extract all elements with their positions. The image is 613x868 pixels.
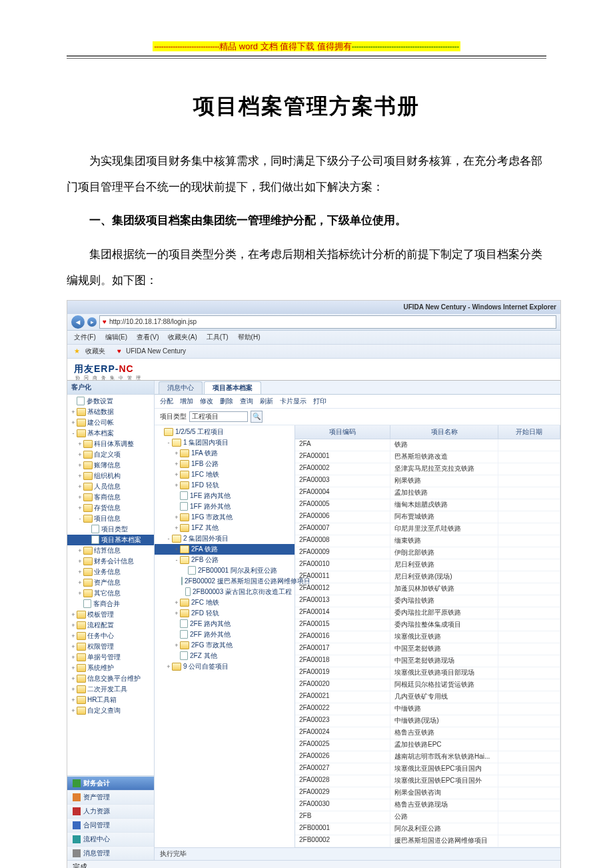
search-icon[interactable]: 🔍 [251, 411, 263, 423]
btn-print[interactable]: 打印 [313, 397, 326, 406]
sidebar-item[interactable]: +模板管理 [67, 609, 154, 620]
table-row[interactable]: 2FA00006阿布贾城铁路 [295, 511, 560, 523]
btn-assign[interactable]: 分配 [160, 397, 173, 406]
module-button[interactable]: 资产管理 [67, 790, 154, 804]
table-row[interactable]: 2FA00003刚果铁路 [295, 475, 560, 487]
table-row[interactable]: 2FA00022中缅铁路 [295, 703, 560, 715]
table-row[interactable]: 2FA00015委内瑞拉整体集成项目 [295, 619, 560, 631]
sidebar-item[interactable]: +自定义项 [67, 449, 154, 460]
favorites-label[interactable]: 收藏夹 [85, 347, 105, 356]
sidebar-item[interactable]: 项目类型 [67, 524, 154, 535]
sidebar-item[interactable]: +账簿信息 [67, 460, 154, 471]
project-tree-item[interactable]: +1FZ 其他 [155, 523, 295, 533]
table-row[interactable]: 2FB00001阿尔及利亚公路 [295, 823, 560, 835]
sidebar-item[interactable]: +基础数据 [67, 407, 154, 417]
project-tree-item[interactable]: -2 集团国外项目 [155, 533, 295, 544]
table-row[interactable]: 2FA铁路 [295, 439, 560, 451]
sidebar-item[interactable]: 客商合并 [67, 599, 154, 609]
menu-favorites[interactable]: 收藏夹(A) [168, 333, 197, 342]
table-row[interactable]: 2FA00007印尼井里汶至爪哇铁路 [295, 523, 560, 535]
table-row[interactable]: 2FA00017中国至老挝铁路 [295, 643, 560, 655]
sidebar-item[interactable]: +存货信息 [67, 503, 154, 513]
sidebar-item[interactable]: +客商信息 [67, 492, 154, 503]
table-row[interactable]: 2FA00002坚津宾马尼拉至克拉克铁路 [295, 463, 560, 475]
project-tree-item[interactable]: 2FE 路内其他 [155, 619, 295, 629]
table-row[interactable]: 2FA00014委内瑞拉北部平原铁路 [295, 607, 560, 619]
forward-button[interactable]: ▸ [87, 317, 97, 327]
sidebar-item[interactable]: 参数设置 [67, 396, 154, 407]
project-tree-item[interactable]: +2FC 地铁 [155, 597, 295, 608]
menu-view[interactable]: 查看(V) [137, 333, 159, 342]
table-row[interactable]: 2FA00028埃塞俄比亚国铁EPC项目国外 [295, 775, 560, 787]
sidebar-item[interactable]: -基本档案 [67, 428, 154, 439]
btn-edit[interactable]: 修改 [200, 397, 213, 406]
project-type-input[interactable]: 工程项目 [189, 411, 248, 422]
table-row[interactable]: 2FA00029刚果金国铁咨询 [295, 787, 560, 799]
sidebar-item[interactable]: +财务会计信息 [67, 556, 154, 567]
table-row[interactable]: 2FA00021几内亚铁矿专用线 [295, 691, 560, 703]
module-button[interactable]: 人力资源 [67, 804, 154, 818]
sidebar-item[interactable]: +任务中心 [67, 631, 154, 641]
sidebar-item[interactable]: +组织机构 [67, 471, 154, 481]
favorite-item[interactable]: ♥ UFIDA New Century [117, 347, 186, 355]
project-tree-item[interactable]: 1FE 路内其他 [155, 491, 295, 501]
table-row[interactable]: 2FA00019埃塞俄比亚铁路项目部现场 [295, 667, 560, 679]
project-tree-item[interactable]: +1FG 市政其他 [155, 512, 295, 523]
back-button[interactable]: ◄ [71, 315, 85, 329]
table-row[interactable]: 2FA00005缅甸木姐腊戌铁路 [295, 499, 560, 511]
sidebar-item[interactable]: +系统维护 [67, 663, 154, 673]
btn-refresh[interactable]: 刷新 [260, 397, 273, 406]
project-tree-item[interactable]: 2FF 路外其他 [155, 629, 295, 640]
sidebar-item[interactable]: +结算信息 [67, 545, 154, 556]
table-row[interactable]: 2FA00030格鲁吉亚铁路现场 [295, 799, 560, 811]
project-tree-item[interactable]: 1/2/5/5 工程项目 [155, 427, 295, 437]
sidebar-item[interactable]: +流程配置 [67, 620, 154, 631]
table-row[interactable]: 2FA00025孟加拉铁路EPC [295, 739, 560, 751]
project-tree-item[interactable]: +2FG 市政其他 [155, 640, 295, 651]
menu-edit[interactable]: 编辑(E) [105, 333, 127, 342]
sidebar-item[interactable]: +人员信息 [67, 481, 154, 492]
table-row[interactable]: 2FA00020阿根廷贝尔格拉诺货运铁路 [295, 679, 560, 691]
table-row[interactable]: 2FB公路 [295, 811, 560, 823]
project-tree-item[interactable]: 1FF 路外其他 [155, 501, 295, 512]
col-date[interactable]: 开始日期 [498, 425, 560, 439]
project-tree-item[interactable]: +1FD 轻轨 [155, 480, 295, 491]
table-row[interactable]: 2FA00018中国至老挝铁路现场 [295, 655, 560, 667]
project-tree-item[interactable]: +1FB 公路 [155, 459, 295, 469]
table-row[interactable]: 2FA00009伊朗北部铁路 [295, 547, 560, 559]
sidebar-item[interactable]: +HR工具箱 [67, 695, 154, 705]
sidebar-item[interactable]: +科目体系调整 [67, 439, 154, 449]
sidebar-item[interactable]: +业务信息 [67, 567, 154, 577]
table-row[interactable]: 2FA00027埃塞俄比亚国铁EPC项目国内 [295, 763, 560, 775]
module-button[interactable]: 合同管理 [67, 818, 154, 832]
col-code[interactable]: 项目编码 [295, 425, 390, 439]
module-button[interactable]: 消息管理 [67, 846, 154, 860]
sidebar-item[interactable]: +自定义查询 [67, 705, 154, 716]
menu-file[interactable]: 文件(F) [74, 333, 96, 342]
project-tree-item[interactable]: +1FA 铁路 [155, 448, 295, 459]
table-row[interactable]: 2FA00012加蓬贝林加铁矿铁路 [295, 583, 560, 595]
module-button[interactable]: 财务会计 [67, 776, 154, 790]
btn-query[interactable]: 查询 [240, 397, 253, 406]
project-tree-item[interactable]: +9 公司自签项目 [155, 661, 295, 672]
url-bar[interactable]: ♥ http://10.20.18.17:88/login.jsp [99, 315, 556, 329]
sidebar-item[interactable]: +建公司帐 [67, 417, 154, 428]
project-tree-item[interactable]: -1 集团国内项目 [155, 437, 295, 448]
table-row[interactable]: 2FA00026越南胡志明市既有米轨铁路Hai... [295, 751, 560, 763]
project-tree-item[interactable]: +2FA 铁路 [155, 544, 295, 555]
table-row[interactable]: 2FA00024格鲁吉亚铁路 [295, 727, 560, 739]
table-row[interactable]: 2FA00004孟加拉铁路 [295, 487, 560, 499]
project-tree-item[interactable]: 2FB00003 蒙古国北京街改造工程 [155, 587, 295, 597]
menu-tools[interactable]: 工具(T) [207, 333, 229, 342]
btn-add[interactable]: 增加 [180, 397, 193, 406]
sidebar-item[interactable]: -项目信息 [67, 513, 154, 524]
sidebar-item[interactable]: +单据号管理 [67, 652, 154, 663]
sidebar-item[interactable]: +信息交换平台维护 [67, 673, 154, 684]
sidebar-item[interactable]: +其它信息 [67, 588, 154, 599]
menu-help[interactable]: 帮助(H) [238, 333, 261, 342]
btn-card[interactable]: 卡片显示 [280, 397, 306, 406]
btn-delete[interactable]: 删除 [220, 397, 233, 406]
project-tree-item[interactable]: -2FB 公路 [155, 555, 295, 565]
sidebar-item[interactable]: +资产信息 [67, 577, 154, 588]
project-tree-item[interactable]: +2FD 轻轨 [155, 608, 295, 619]
